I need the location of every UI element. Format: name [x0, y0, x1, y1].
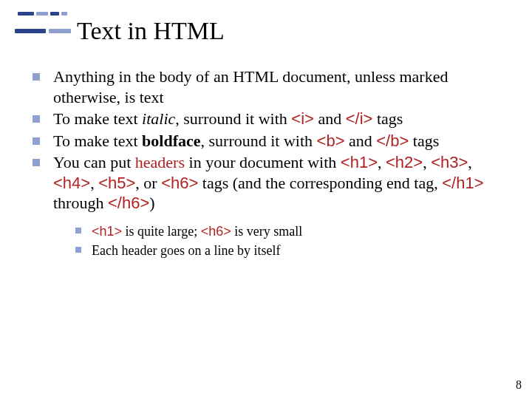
code-text: <i> — [291, 109, 314, 128]
text-fragment: , — [468, 153, 472, 171]
bullet-text: Anything in the body of an HTML document… — [53, 67, 448, 106]
code-text: <h2> — [386, 153, 423, 171]
text-fragment: To make text — [53, 109, 142, 128]
text-fragment: is very small — [231, 224, 303, 239]
text-fragment: , surround it with — [175, 109, 291, 128]
content-area: Anything in the body of an HTML document… — [33, 66, 510, 261]
text-fragment: is quite large; — [122, 224, 201, 239]
text-fragment: and — [345, 132, 377, 150]
code-text: <h1> — [92, 224, 122, 239]
red-text: headers — [135, 153, 185, 171]
text-fragment: , — [378, 153, 386, 171]
code-text: </h1> — [442, 174, 483, 192]
text-fragment: tags — [372, 109, 403, 128]
bullet-item: To make text italic, surround it with <i… — [33, 109, 510, 129]
text-fragment: , surround it with — [201, 132, 317, 150]
italic-text: italic — [142, 109, 175, 128]
text-fragment: , or — [135, 174, 161, 192]
code-text: <b> — [317, 132, 345, 150]
decor-dash-icon — [61, 12, 67, 16]
bullet-item: To make text boldface, surround it with … — [33, 131, 510, 151]
text-fragment: tags — [409, 132, 439, 150]
decor-dash-icon — [36, 12, 48, 16]
code-text: </h6> — [108, 194, 149, 212]
title-decoration-top — [18, 12, 225, 16]
bullet-list: Anything in the body of an HTML document… — [33, 66, 510, 259]
code-text: </b> — [376, 132, 409, 150]
decor-dash-icon — [18, 12, 34, 16]
text-fragment: You can put — [53, 153, 135, 171]
text-fragment: tags (and the corresponding end tag, — [198, 174, 442, 192]
text-fragment: , — [90, 174, 98, 192]
decor-dash-icon — [15, 29, 46, 33]
title-area: Text in HTML — [15, 12, 225, 45]
slide-title: Text in HTML — [77, 17, 225, 45]
sub-bullet-item: Each header goes on a line by itself — [75, 242, 510, 259]
code-text: <h3> — [431, 153, 468, 171]
code-text: <h1> — [341, 153, 378, 171]
decor-dash-icon — [49, 29, 71, 33]
code-text: <h5> — [98, 174, 135, 192]
text-fragment: To make text — [53, 132, 142, 150]
sub-bullet-text: Each header goes on a line by itself — [92, 243, 280, 258]
text-fragment: ) — [149, 194, 154, 212]
page-number: 8 — [516, 378, 522, 392]
text-fragment: in your document with — [185, 153, 341, 171]
code-text: <h6> — [161, 174, 198, 192]
bold-text: boldface — [142, 132, 200, 150]
text-fragment: through — [53, 194, 108, 212]
slide: Text in HTML Anything in the body of an … — [0, 0, 532, 399]
text-fragment: and — [314, 109, 346, 128]
text-fragment: , — [423, 153, 431, 171]
sub-bullet-item: <h1> is quite large; <h6> is very small — [75, 222, 510, 240]
bullet-item: You can put headers in your document wit… — [33, 152, 510, 259]
code-text: </i> — [346, 109, 373, 128]
title-row: Text in HTML — [15, 17, 225, 45]
decor-dash-icon — [50, 12, 59, 16]
bullet-item: Anything in the body of an HTML document… — [33, 66, 510, 107]
code-text: <h6> — [201, 224, 231, 239]
code-text: <h4> — [53, 174, 90, 192]
sub-bullet-list: <h1> is quite large; <h6> is very small … — [75, 222, 510, 260]
